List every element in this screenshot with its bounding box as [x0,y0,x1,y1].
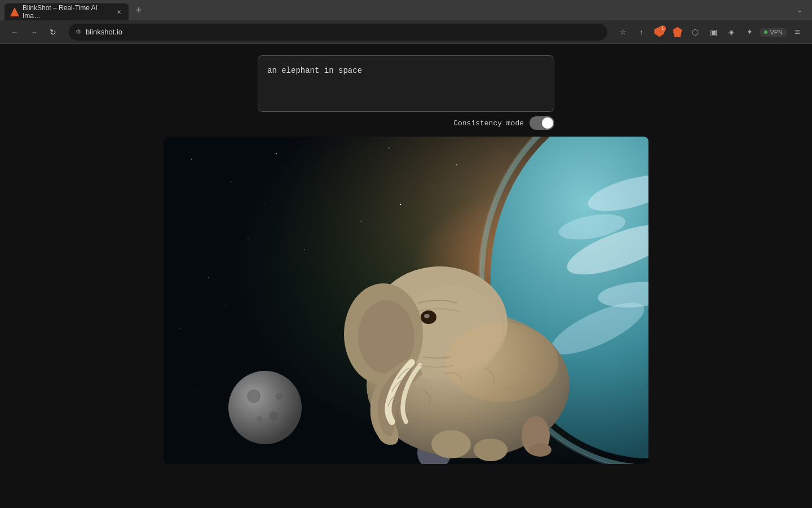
prompt-input[interactable] [258,55,554,112]
vpn-status-dot [764,30,767,34]
extensions-button[interactable]: ⬡ [687,24,703,40]
crypto-wallet-button[interactable]: ◈ [723,24,739,40]
back-button[interactable]: ← [7,24,23,40]
tab-title: BlinkShot – Real-Time AI Ima… [23,4,111,20]
vpn-button[interactable]: VPN [760,28,787,37]
bookmark-button[interactable]: ☆ [615,24,631,40]
svg-point-16 [501,153,502,154]
svg-point-13 [360,221,361,221]
share-icon: ↑ [639,28,643,36]
svg-point-36 [276,393,283,400]
svg-point-49 [529,443,551,457]
svg-point-23 [197,391,198,391]
nav-bar: ← → ↻ ⚙ blinkshot.io ☆ ↑ 1 [0,20,812,44]
consistency-label: Consistency mode [453,119,524,128]
reload-button[interactable]: ↻ [45,24,61,40]
brave-shield-button[interactable]: 1 [651,24,667,40]
extensions-icon: ⬡ [692,28,699,37]
generated-image [164,137,648,464]
share-button[interactable]: ↑ [633,24,649,40]
svg-point-20 [265,204,266,205]
prompt-section: Consistency mode [258,55,554,130]
wallet-icon: ◈ [729,28,734,36]
browser-chrome: BlinkShot – Real-Time AI Ima… ✕ + ⌄ ← → … [0,0,812,44]
svg-point-45 [424,314,430,318]
svg-point-8 [389,147,390,148]
bookmark-icon: ☆ [620,28,626,36]
svg-point-35 [257,416,262,422]
nav-actions: ☆ ↑ 1 ⬡ ▣ ◈ ✦ [615,24,805,40]
tab-close-button[interactable]: ✕ [114,7,123,16]
vpn-label: VPN [770,29,783,36]
menu-button[interactable]: ≡ [789,24,805,40]
url-text: blinkshot.io [86,28,601,36]
security-lock-icon: ⚙ [76,28,81,36]
tab-favicon [10,7,19,16]
svg-point-11 [208,277,209,278]
space-scene-svg [164,137,648,464]
address-bar[interactable]: ⚙ blinkshot.io [69,24,607,41]
svg-point-32 [228,371,302,444]
back-icon: ← [11,28,19,37]
menu-icon: ≡ [795,27,800,37]
toggle-knob [542,117,553,129]
svg-point-4 [191,159,192,160]
forward-button[interactable]: → [26,24,42,40]
tab-bar: BlinkShot – Real-Time AI Ima… ✕ + ⌄ [0,0,812,20]
sidebar-button[interactable]: ▣ [705,24,721,40]
svg-point-47 [474,439,508,461]
svg-point-21 [304,249,304,249]
page-content: Consistency mode [0,44,812,508]
brave-logo-button[interactable] [669,24,685,40]
svg-point-10 [248,238,248,238]
forward-icon: → [30,28,38,37]
active-tab[interactable]: BlinkShot – Real-Time AI Ima… ✕ [5,3,129,20]
leo-ai-button[interactable]: ✦ [742,24,757,40]
svg-point-9 [400,204,401,205]
consistency-toggle[interactable] [529,116,554,130]
svg-point-15 [456,164,457,165]
svg-point-33 [247,389,261,403]
svg-point-34 [269,411,278,421]
svg-point-6 [276,153,277,154]
svg-point-14 [434,187,435,188]
window-controls: ⌄ [794,5,807,16]
consistency-row: Consistency mode [453,116,554,130]
new-tab-button[interactable]: + [131,2,147,18]
svg-point-12 [180,329,181,329]
window-minimize-button[interactable]: ⌄ [794,5,805,16]
svg-point-7 [344,170,345,171]
reload-icon: ↻ [50,28,56,37]
leo-icon: ✦ [747,28,753,36]
svg-point-50 [445,323,558,402]
svg-point-46 [431,430,471,458]
shield-badge: 1 [659,25,666,32]
svg-point-5 [231,181,231,182]
sidebar-icon: ▣ [710,28,717,37]
svg-point-22 [225,305,226,306]
